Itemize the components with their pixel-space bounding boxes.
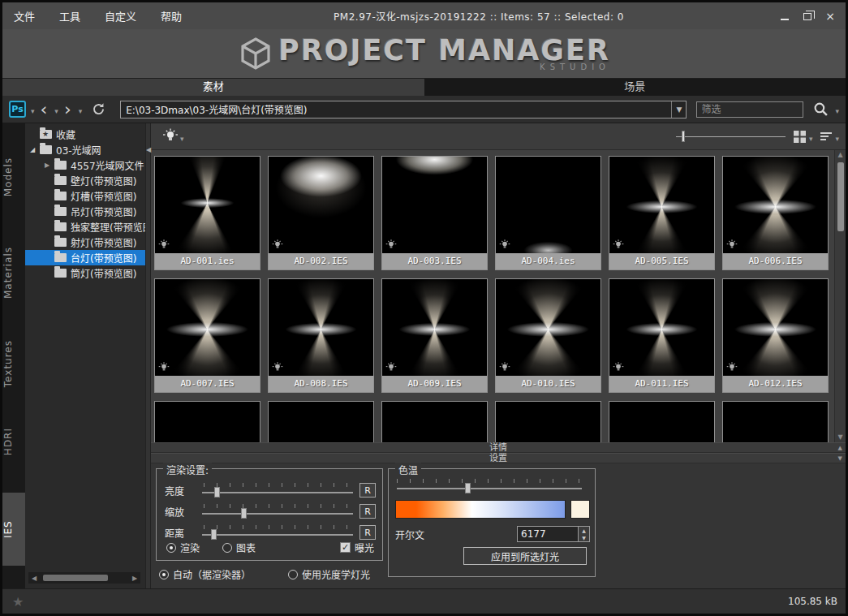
radio-option[interactable]: 使用光度学灯光 xyxy=(288,567,370,581)
thumbnail[interactable]: AD-005.IES xyxy=(609,156,715,270)
bulb-dropdown-caret-icon[interactable] xyxy=(179,129,184,144)
tree-item[interactable]: ★ 灯槽(带预览图) xyxy=(25,188,145,204)
tree-item[interactable]: ★ 台灯(带预览图) xyxy=(25,250,145,265)
refresh-button[interactable] xyxy=(92,102,105,116)
photoshop-button[interactable]: Ps xyxy=(9,101,26,118)
main-tab[interactable]: 素材 xyxy=(2,79,424,96)
collapse-up-icon[interactable]: ▲ xyxy=(838,443,842,453)
colortemp-slider-thumb[interactable] xyxy=(465,483,471,493)
light-filter-button[interactable] xyxy=(162,128,179,144)
scroll-right-icon[interactable]: ▶ xyxy=(129,575,140,582)
reset-button[interactable]: R xyxy=(359,483,376,498)
tree-expand-icon[interactable] xyxy=(45,162,54,169)
thumbnail[interactable]: AD-008.IES xyxy=(268,278,374,393)
category-tab[interactable]: Materials xyxy=(2,240,25,305)
tree-item[interactable]: ★ 吊灯(带预览图) xyxy=(25,204,145,219)
grid-view-button[interactable] xyxy=(794,131,806,143)
thumbnail[interactable]: AD-003.IES xyxy=(381,156,488,270)
thumbnail[interactable]: AD-011.IES xyxy=(609,278,715,393)
tree-item[interactable]: ★ 筒灯(带预览图) xyxy=(25,265,145,281)
size-slider-thumb[interactable] xyxy=(682,131,685,142)
color-temperature-slider[interactable] xyxy=(395,477,583,495)
tree-item[interactable]: ★ 03-光域网 xyxy=(25,142,145,157)
tree-item[interactable]: ★ 独家整理(带预览图) xyxy=(25,219,145,235)
slider-track[interactable] xyxy=(202,524,353,541)
category-tab[interactable]: Models xyxy=(2,151,25,203)
thumbnail[interactable]: AD-004.ies xyxy=(495,156,601,270)
collapse-down-icon[interactable]: ▼ xyxy=(838,454,842,463)
search-button[interactable] xyxy=(807,101,830,117)
sort-dropdown-caret-icon[interactable] xyxy=(833,129,839,144)
details-panel-header[interactable]: 详情 ▲ xyxy=(151,442,846,453)
thumbnail[interactable] xyxy=(268,401,374,442)
radio-option[interactable]: 图表 xyxy=(222,541,256,554)
restore-button[interactable] xyxy=(798,8,816,24)
back-button[interactable]: ‹ xyxy=(38,101,50,118)
menu-item[interactable]: 文件 xyxy=(14,8,35,24)
radio-option[interactable]: 渲染 xyxy=(166,541,200,554)
thumbnail[interactable] xyxy=(722,401,829,442)
view-dropdown-caret-icon[interactable] xyxy=(807,129,813,144)
tree-item[interactable]: ★ 射灯(带预览图) xyxy=(25,235,145,250)
thumbnail-size-slider[interactable] xyxy=(676,130,786,143)
slider-track[interactable] xyxy=(202,482,353,498)
tree-item[interactable]: ★ 收藏 xyxy=(25,127,145,142)
search-dropdown-caret-icon[interactable] xyxy=(833,101,839,117)
thumbnail[interactable] xyxy=(381,401,488,442)
slider-thumb[interactable] xyxy=(214,487,220,498)
ps-dropdown-caret-icon[interactable] xyxy=(29,101,35,117)
spinner-down-icon[interactable]: ▼ xyxy=(579,534,589,541)
spinner-up-icon[interactable]: ▲ xyxy=(579,527,589,534)
tree-splitter[interactable]: ◀ xyxy=(145,123,151,588)
thumbnail[interactable] xyxy=(495,401,601,442)
scroll-down-icon[interactable]: ▼ xyxy=(837,433,842,442)
thumbnail[interactable]: AD-006.IES xyxy=(722,156,829,270)
slider-track[interactable] xyxy=(202,503,353,519)
thumbnail[interactable]: AD-012.IES xyxy=(722,278,829,393)
tree-item[interactable]: ★ 壁灯(带预览图) xyxy=(25,173,145,188)
reset-button[interactable]: R xyxy=(359,504,376,519)
thumbnail[interactable]: AD-009.IES xyxy=(381,278,488,393)
scroll-left-icon[interactable]: ◀ xyxy=(28,575,40,582)
kelvin-input[interactable] xyxy=(518,527,578,541)
minimize-button[interactable] xyxy=(776,8,794,24)
slider-thumb[interactable] xyxy=(241,508,247,519)
menu-item[interactable]: 帮助 xyxy=(161,8,182,24)
thumbnail[interactable]: AD-002.IES xyxy=(268,156,374,270)
category-tab[interactable]: Textures xyxy=(2,334,25,394)
path-dropdown-icon[interactable]: ▼ xyxy=(671,101,686,118)
menu-item[interactable]: 自定义 xyxy=(105,8,136,24)
thumbnail[interactable]: AD-001.ies xyxy=(154,156,260,270)
scrollbar-thumb[interactable] xyxy=(837,162,844,231)
thumbnail[interactable]: AD-007.IES xyxy=(154,278,260,393)
radio-option[interactable]: 自动（据渲染器） xyxy=(159,567,251,581)
path-combobox[interactable]: E:\03-3Dmax\03-光域网\台灯(带预览图) ▼ xyxy=(120,101,687,118)
main-tab[interactable]: 场景 xyxy=(424,79,846,96)
forward-dropdown-caret-icon[interactable] xyxy=(77,101,83,117)
tree-horizontal-scrollbar[interactable]: ◀ ▶ xyxy=(28,572,140,584)
category-tab[interactable]: HDRI xyxy=(2,421,25,462)
menu-item[interactable]: 工具 xyxy=(59,8,80,24)
reset-button[interactable]: R xyxy=(359,525,376,540)
back-dropdown-caret-icon[interactable] xyxy=(53,101,58,117)
forward-button[interactable]: › xyxy=(62,101,74,118)
scrollbar-thumb[interactable] xyxy=(43,575,108,581)
tree-expand-icon[interactable] xyxy=(30,146,40,153)
category-tab[interactable]: IES xyxy=(2,493,25,566)
scroll-up-icon[interactable]: ▲ xyxy=(837,150,842,160)
splitter-collapse-icon[interactable]: ◀ xyxy=(146,146,150,153)
sort-button[interactable] xyxy=(820,132,832,140)
close-button[interactable]: × xyxy=(821,8,839,24)
thumbnail[interactable]: AD-010.IES xyxy=(495,278,601,393)
tree-item[interactable]: ★ 4557光域网文件 xyxy=(25,157,145,173)
thumbnail[interactable] xyxy=(154,401,260,442)
settings-panel-header[interactable]: 设置 ▼ xyxy=(151,453,846,463)
grid-vertical-scrollbar[interactable]: ▲ ▼ xyxy=(834,150,846,442)
apply-to-lights-button[interactable]: 应用到所选灯光 xyxy=(463,547,587,565)
search-input[interactable] xyxy=(696,101,803,118)
thumbnail[interactable] xyxy=(609,401,715,442)
slider-thumb[interactable] xyxy=(211,529,217,540)
favorite-star-icon[interactable]: ★ xyxy=(12,594,24,610)
content-toolbar xyxy=(151,123,846,150)
exposure-checkbox[interactable]: ✓ 曝光 xyxy=(340,541,374,554)
